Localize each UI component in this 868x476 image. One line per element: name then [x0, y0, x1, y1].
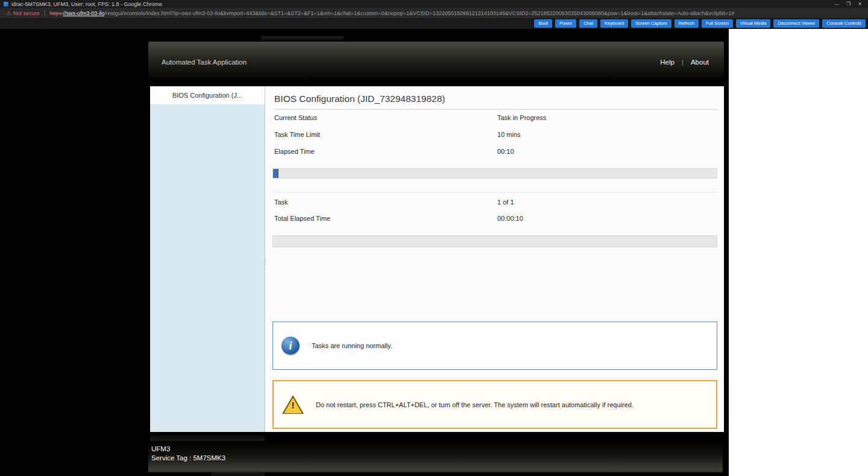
- screen-capture-button[interactable]: Screen Capture: [631, 19, 671, 28]
- field-row: Task 1 of 1: [274, 198, 717, 206]
- warning-message: Do not restart, press CTRL+ALT+DEL, or t…: [316, 401, 634, 408]
- app-content: BIOS Configuration (J... ⋮ BIOS Configur…: [150, 86, 724, 432]
- help-link[interactable]: Help: [660, 59, 675, 66]
- app-footer: UFM3 Service Tag : 5M7SMK3: [148, 441, 723, 472]
- warning-icon: !: [282, 395, 304, 414]
- field-label: Current Status: [274, 114, 317, 121]
- disconnect-viewer-button[interactable]: Disconnect Viewer: [773, 19, 819, 28]
- viewer-toolbar: Boot Power Chat Keyboard Screen Capture …: [0, 18, 868, 29]
- app-header: Automated Task Application Help | About: [148, 42, 724, 82]
- field-value: 1 of 1: [497, 198, 514, 206]
- page-title: BIOS Configuration (JID_732948319828): [274, 94, 445, 104]
- refresh-button[interactable]: Refresh: [675, 19, 699, 28]
- favicon: [4, 2, 8, 7]
- field-label: Task Time Limit: [274, 131, 320, 138]
- header-tab: [261, 36, 344, 42]
- power-button[interactable]: Power: [555, 19, 576, 28]
- chat-button[interactable]: Chat: [579, 19, 597, 28]
- task-progress-fill: [273, 169, 278, 178]
- restore-icon[interactable]: ❐: [846, 1, 851, 7]
- field-value: Task in Progress: [497, 114, 546, 121]
- footer-tab-below: [211, 472, 265, 476]
- virtual-media-button[interactable]: Virtual Media: [736, 19, 771, 28]
- footer-tab-above: [150, 436, 265, 441]
- minimize-icon[interactable]: —: [834, 1, 839, 7]
- not-secure-label: Not secure: [13, 10, 40, 16]
- info-message: Tasks are running normally.: [312, 342, 392, 349]
- boot-button[interactable]: Boot: [534, 19, 552, 28]
- info-icon: i: [281, 337, 300, 355]
- full-screen-button[interactable]: Full Screen: [702, 19, 733, 28]
- keyboard-button[interactable]: Keyboard: [600, 19, 628, 28]
- field-row: Elapsed Time 00:10: [274, 148, 717, 155]
- field-value: 00:00:10: [497, 215, 523, 222]
- header-links-separator: |: [682, 59, 684, 66]
- field-row: Task Time Limit 10 mins: [274, 131, 717, 138]
- task-sidebar: BIOS Configuration (J...: [150, 86, 265, 432]
- sidebar-item-label: BIOS Configuration (J...: [172, 92, 242, 99]
- url-host: //swx-ufm3-03-ilo: [63, 10, 105, 16]
- task-progress-bar: [272, 168, 717, 179]
- footer-service-tag: Service Tag : 5M7SMK3: [151, 454, 723, 462]
- warning-exclamation: !: [282, 401, 304, 410]
- field-row: Total Elapsed Time 00:00:10: [274, 215, 717, 222]
- footer-system-name: UFM3: [151, 445, 723, 452]
- console-controls-button[interactable]: Console Controls: [822, 19, 866, 28]
- close-icon[interactable]: ✕: [858, 1, 862, 7]
- warning-message-box: ! Do not restart, press CTRL+ALT+DEL, or…: [272, 380, 717, 429]
- app-title: Automated Task Application: [162, 59, 247, 66]
- not-secure-warning-icon: ⚠: [6, 10, 11, 16]
- url-separator: [45, 10, 45, 16]
- field-label: Task: [274, 198, 288, 206]
- url-path: /restgui/vconsole/index.html?ip=swx-ufm3…: [104, 10, 734, 16]
- field-label: Elapsed Time: [274, 148, 315, 155]
- section-divider: [272, 192, 717, 192]
- url-scheme: https:: [50, 10, 63, 16]
- window-title: idrac-5M7SMK3, UFM3, User: root, FPS: 1.…: [11, 1, 834, 7]
- screen: idrac-5M7SMK3, UFM3, User: root, FPS: 1.…: [0, 0, 868, 476]
- field-row: Current Status Task in Progress: [274, 114, 717, 121]
- info-message-box: i Tasks are running normally.: [272, 322, 717, 370]
- sidebar-item-bios-configuration[interactable]: BIOS Configuration (J...: [150, 86, 265, 104]
- field-value: 10 mins: [497, 131, 521, 138]
- title-divider: [274, 109, 717, 110]
- total-progress-bar: [272, 235, 717, 247]
- field-label: Total Elapsed Time: [274, 215, 330, 222]
- window-titlebar: idrac-5M7SMK3, UFM3, User: root, FPS: 1.…: [0, 0, 868, 8]
- about-link[interactable]: About: [691, 59, 709, 66]
- address-bar[interactable]: ⚠ Not secure https://swx-ufm3-03-ilo/res…: [0, 8, 868, 18]
- field-value: 00:10: [497, 148, 514, 155]
- task-detail-panel: BIOS Configuration (JID_732948319828) Cu…: [266, 86, 724, 432]
